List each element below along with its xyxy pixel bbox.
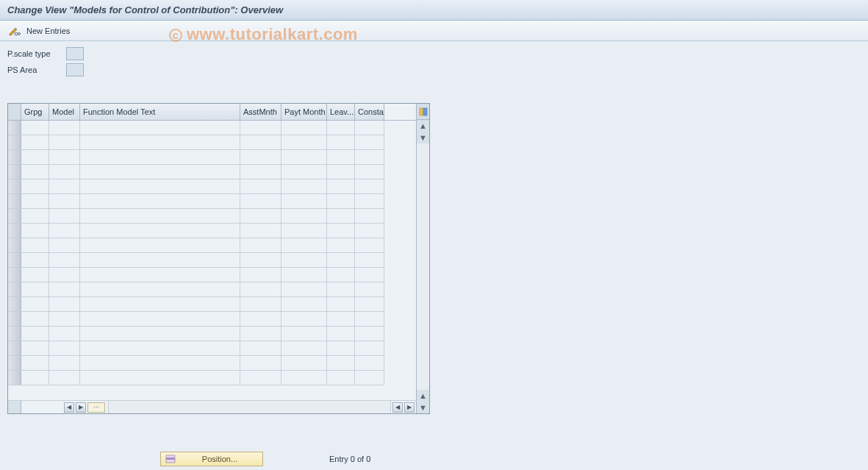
table-cell[interactable]: [281, 165, 327, 179]
table-cell[interactable]: [80, 135, 240, 150]
table-cell[interactable]: [21, 135, 49, 150]
hscroll-left-button-2[interactable]: ◀: [392, 402, 403, 413]
table-cell[interactable]: [327, 371, 355, 385]
pscale-type-input[interactable]: [66, 47, 84, 60]
table-cell[interactable]: [80, 327, 240, 341]
table-cell[interactable]: [355, 297, 384, 312]
table-cell[interactable]: [80, 224, 240, 238]
table-cell[interactable]: [21, 327, 49, 341]
table-cell[interactable]: [281, 297, 327, 312]
table-cell[interactable]: [49, 341, 80, 356]
column-header-payt-month[interactable]: Payt Month: [281, 104, 327, 120]
row-selector[interactable]: [8, 253, 21, 268]
column-header-asstmnth[interactable]: AsstMnth: [240, 104, 281, 120]
table-cell[interactable]: [355, 224, 384, 238]
table-cell[interactable]: [49, 165, 80, 179]
table-cell[interactable]: [80, 268, 240, 282]
column-header-leav[interactable]: Leav...: [327, 104, 355, 120]
table-cell[interactable]: [80, 194, 240, 209]
table-cell[interactable]: [355, 179, 384, 194]
vscroll-track[interactable]: [417, 143, 429, 390]
table-cell[interactable]: [355, 150, 384, 165]
table-cell[interactable]: [240, 268, 281, 282]
table-cell[interactable]: [327, 135, 355, 150]
table-cell[interactable]: [49, 297, 80, 312]
table-cell[interactable]: [49, 282, 80, 297]
column-header-consta[interactable]: Consta: [355, 104, 384, 120]
table-cell[interactable]: [49, 312, 80, 327]
table-cell[interactable]: [80, 121, 240, 135]
table-cell[interactable]: [21, 268, 49, 282]
table-cell[interactable]: [80, 150, 240, 165]
row-selector[interactable]: [8, 194, 21, 209]
table-cell[interactable]: [281, 356, 327, 371]
row-selector[interactable]: [8, 282, 21, 297]
table-cell[interactable]: [80, 165, 240, 179]
table-cell[interactable]: [281, 341, 327, 356]
table-cell[interactable]: [80, 312, 240, 327]
table-cell[interactable]: [240, 297, 281, 312]
table-cell[interactable]: [80, 341, 240, 356]
table-cell[interactable]: [327, 121, 355, 135]
row-selector[interactable]: [8, 238, 21, 253]
table-cell[interactable]: [327, 165, 355, 179]
table-cell[interactable]: [327, 150, 355, 165]
table-cell[interactable]: [21, 165, 49, 179]
table-cell[interactable]: [240, 253, 281, 268]
table-cell[interactable]: [327, 194, 355, 209]
table-cell[interactable]: [21, 371, 49, 385]
row-selector[interactable]: [8, 150, 21, 165]
table-cell[interactable]: [281, 327, 327, 341]
row-selector[interactable]: [8, 224, 21, 238]
table-cell[interactable]: [240, 312, 281, 327]
new-entries-button[interactable]: New Entries: [26, 26, 70, 35]
table-cell[interactable]: [21, 209, 49, 224]
table-cell[interactable]: [355, 341, 384, 356]
table-settings-icon[interactable]: [417, 104, 429, 120]
pencil-glasses-icon[interactable]: [7, 24, 21, 38]
table-cell[interactable]: [240, 356, 281, 371]
scroll-down-button[interactable]: ▼: [417, 402, 429, 413]
table-cell[interactable]: [281, 253, 327, 268]
table-cell[interactable]: [327, 268, 355, 282]
row-selector[interactable]: [8, 312, 21, 327]
table-cell[interactable]: [281, 194, 327, 209]
table-cell[interactable]: [21, 121, 49, 135]
table-cell[interactable]: [21, 224, 49, 238]
table-cell[interactable]: [49, 179, 80, 194]
table-cell[interactable]: [355, 194, 384, 209]
row-selector[interactable]: [8, 356, 21, 371]
table-cell[interactable]: [21, 297, 49, 312]
row-selector[interactable]: [8, 297, 21, 312]
hscroll-column-config-button[interactable]: ⋯: [87, 402, 105, 413]
table-cell[interactable]: [80, 371, 240, 385]
table-cell[interactable]: [49, 209, 80, 224]
table-cell[interactable]: [21, 282, 49, 297]
hscroll-left-button[interactable]: ◀: [64, 402, 74, 413]
table-cell[interactable]: [355, 371, 384, 385]
column-header-model[interactable]: Model: [49, 104, 80, 120]
table-cell[interactable]: [21, 341, 49, 356]
table-cell[interactable]: [240, 282, 281, 297]
table-cell[interactable]: [240, 238, 281, 253]
table-cell[interactable]: [355, 282, 384, 297]
table-cell[interactable]: [281, 121, 327, 135]
table-cell[interactable]: [355, 165, 384, 179]
table-cell[interactable]: [327, 341, 355, 356]
table-cell[interactable]: [327, 312, 355, 327]
table-cell[interactable]: [240, 371, 281, 385]
hscroll-track[interactable]: [108, 401, 391, 413]
table-cell[interactable]: [80, 282, 240, 297]
table-cell[interactable]: [80, 297, 240, 312]
table-cell[interactable]: [281, 371, 327, 385]
hscroll-right-button-2[interactable]: ▶: [404, 402, 415, 413]
table-cell[interactable]: [80, 209, 240, 224]
table-cell[interactable]: [281, 209, 327, 224]
table-cell[interactable]: [355, 135, 384, 150]
table-cell[interactable]: [49, 121, 80, 135]
table-cell[interactable]: [281, 268, 327, 282]
row-selector[interactable]: [8, 165, 21, 179]
table-cell[interactable]: [21, 150, 49, 165]
table-cell[interactable]: [327, 253, 355, 268]
table-cell[interactable]: [49, 194, 80, 209]
